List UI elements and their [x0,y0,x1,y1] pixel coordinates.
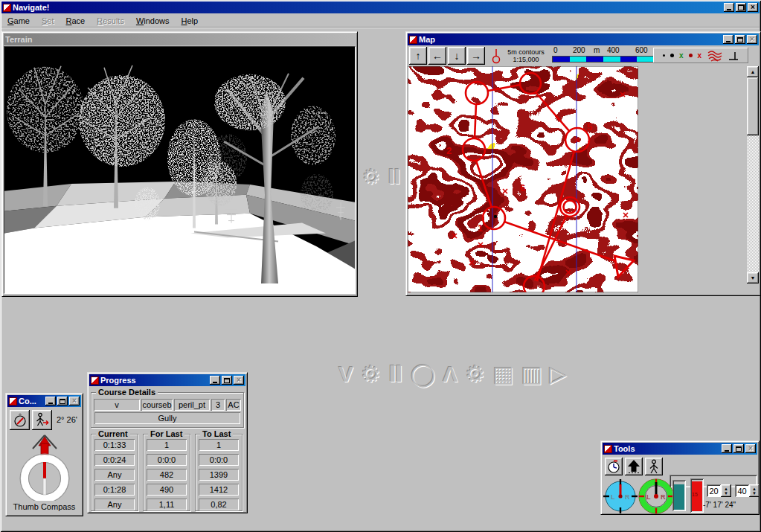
control-number: 2 [446,145,452,156]
runner-position-dot [494,215,497,218]
terrain-scene [4,47,355,293]
app-title: Navigate! [13,3,722,12]
to-last-column-group: To Last 1 0:0:0 1399 1412 0,82 [195,434,243,511]
scroll-down-button[interactable]: ▼ [747,272,759,283]
compass-titlebar[interactable]: Co... × [7,395,81,407]
dial-right-label: R [625,493,630,501]
course-field: AC [226,399,241,411]
tools-window: Tools × [600,440,760,515]
pan-right-button[interactable]: → [467,47,485,65]
map-window: Map × ↑ ← ↓ → 5m contours 1:15,000 0 200… [405,31,761,296]
angle-readout: -7' 17' 24" [703,501,736,509]
compass-mode-button[interactable] [10,410,30,430]
north-button[interactable] [625,458,643,475]
map-vertical-scrollbar[interactable]: ▲ ▼ [747,66,759,283]
to-last-header: To Last [200,429,233,438]
teal-gauge-fill [674,484,684,510]
progress-maximize-button[interactable] [222,376,232,385]
runner-button[interactable] [645,458,663,475]
compass-window: Co... × 2° 26' [5,393,83,516]
main-titlebar[interactable]: Navigate! × [1,1,760,13]
scroll-up-button[interactable]: ▲ [747,66,759,77]
maximize-icon [60,399,65,404]
compass-maximize-button[interactable] [57,397,68,406]
red-gauge-label: 15 [692,492,698,497]
spinner-left: 20 ▲ ▼ [707,484,731,497]
control-number: 5 [587,121,592,132]
course-field: 3 [211,399,225,411]
minimize-button[interactable] [724,3,734,12]
map-maximize-button[interactable] [735,35,745,44]
compass-title: Co... [19,397,44,406]
small-dot-icon [663,54,665,57]
spinner-left-buttons[interactable]: ▲ ▼ [721,484,731,497]
course-field: peril_pt [174,399,210,411]
close-button[interactable]: × [748,3,758,12]
pan-left-button[interactable]: ← [428,47,446,65]
for-last-header: For Last [148,429,184,438]
pan-up-button[interactable]: ↑ [409,47,427,65]
terrain-3d-view[interactable] [4,46,356,294]
table-cell: 1399 [199,469,239,481]
spinner-right-value[interactable]: 40 [735,484,749,497]
direction-dial: L R [638,478,674,514]
background-logo-fragment: ⚙Ⅱ [362,165,408,189]
terrain-titlebar[interactable]: Terrain [4,33,356,45]
tools-toolbar [603,456,757,477]
dial-left-label: L [611,493,615,501]
table-cell: 0,82 [199,499,239,510]
bearing-readout: 2° 26' [57,415,77,424]
runner-arrow-icon [34,411,51,428]
spinner-right-buttons[interactable]: ▲ ▼ [749,484,760,497]
restore-icon [738,4,745,10]
contour-squiggle-icon [707,49,723,63]
scale-tick: 200 [573,46,585,54]
restore-button[interactable] [736,3,746,12]
app-flag-icon [3,4,11,12]
map-view[interactable]: 1 2 5 6 [408,66,638,292]
scrollbar-thumb[interactable] [747,77,759,135]
terrain-window: Terrain [1,31,358,297]
maximize-icon [737,37,743,42]
map-minimize-button[interactable] [723,35,733,44]
map-scale-text: 1:15,000 [513,56,539,63]
tools-titlebar[interactable]: Tools × [603,443,757,455]
terrain-title: Terrain [5,35,354,44]
progress-close-button: × [234,376,244,385]
pan-down-button[interactable]: ↓ [448,47,466,65]
dial-left-label: L [646,493,651,501]
map-titlebar[interactable]: Map × [408,33,759,45]
map-legend: x x [653,48,748,63]
minimize-icon [726,41,731,42]
menu-windows[interactable]: Windows [130,15,176,28]
leg-name-field: Gully [94,412,240,424]
runner-direction-button[interactable] [32,410,52,430]
menu-help[interactable]: Help [176,15,205,28]
tools-close-button: × [745,444,756,453]
large-dot-icon [670,54,674,57]
map-content-area: 1 2 5 6 ▲ ▼ [408,66,759,294]
compass-close-button: × [69,397,80,406]
table-cell: 0:1:28 [94,484,135,496]
compass-minimize-button[interactable] [45,397,56,406]
table-cell: 0:0:24 [94,454,135,466]
menu-game[interactable]: Game [1,15,36,28]
progress-title: Progress [100,376,208,385]
table-cell: Any [94,499,135,510]
minimize-icon [727,9,731,10]
minimize-icon [213,382,217,383]
tools-minimize-button[interactable] [722,444,732,453]
dial-right-label: R [661,493,666,501]
map-close-button: × [747,35,757,44]
progress-titlebar[interactable]: Progress × [89,374,245,386]
compass-toolbar: 2° 26' [7,408,81,431]
minimize-icon [48,403,53,404]
clock-icon [607,460,620,473]
menu-race[interactable]: Race [60,15,91,28]
menu-bar: Game Set Race Results Windows Help [1,15,760,28]
timer-button[interactable] [605,458,623,475]
spinner-left-value[interactable]: 20 [707,484,721,497]
tools-maximize-button[interactable] [733,444,744,453]
progress-minimize-button[interactable] [210,376,220,385]
thumb-compass-graphic [11,432,78,501]
